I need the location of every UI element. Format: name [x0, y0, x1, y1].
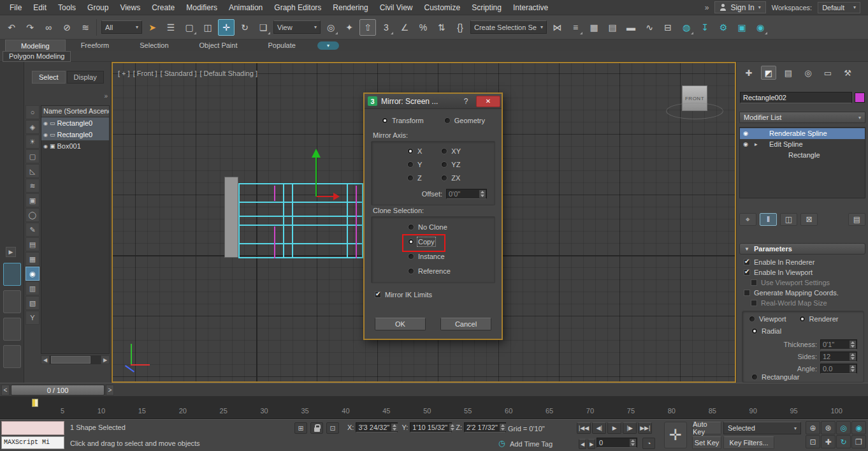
utilities-tab-icon[interactable]: ⚒: [840, 66, 855, 80]
motion-tab-icon[interactable]: ◎: [800, 66, 816, 80]
sort-icon[interactable]: ○: [25, 105, 40, 119]
angle-snap-icon[interactable]: ∠: [396, 19, 413, 36]
clone-option-radio[interactable]: Instance: [408, 253, 445, 260]
parameter-field[interactable]: 12: [820, 351, 857, 362]
frozen-filter-icon[interactable]: ▦: [25, 252, 40, 266]
ok-button[interactable]: OK: [375, 318, 426, 330]
space-warps-filter-icon[interactable]: ≋: [25, 179, 40, 193]
object-color-swatch[interactable]: [855, 92, 865, 103]
mirror-axis-radio[interactable]: YZ: [441, 161, 461, 168]
workspaces-dropdown[interactable]: Default ▾: [818, 2, 860, 13]
hidden-filter-icon[interactable]: ◉: [25, 267, 40, 281]
modify-tab-icon[interactable]: ◩: [761, 66, 776, 80]
modifier-eye-icon[interactable]: ◉: [743, 128, 748, 139]
reference-coordinate-dropdown[interactable]: View ▾: [273, 20, 321, 34]
close-icon[interactable]: ✕: [476, 96, 500, 107]
explorer-overflow-icon[interactable]: »: [104, 92, 108, 100]
go-to-end-button[interactable]: ▶▶|: [638, 422, 652, 434]
viewport-label-segment[interactable]: [ + ]: [118, 70, 130, 77]
scene-object-row[interactable]: ◉ ▣ Box001: [41, 140, 109, 152]
scrollbar-track[interactable]: [50, 355, 101, 364]
select-object-icon[interactable]: ➤: [144, 19, 161, 36]
play-button[interactable]: ▶: [607, 422, 621, 434]
shapes-filter-icon[interactable]: ◯: [25, 208, 40, 222]
key-filters-button[interactable]: Key Filters...: [723, 436, 774, 449]
render-setup-icon[interactable]: ⚙: [715, 19, 732, 36]
menu-item[interactable]: Views: [114, 1, 146, 15]
wall-section-object[interactable]: [224, 177, 238, 258]
cameras-filter-icon[interactable]: ▢: [25, 149, 40, 163]
menu-item[interactable]: Modifiers: [180, 1, 223, 15]
spinner-icon[interactable]: [630, 439, 636, 447]
cancel-button[interactable]: Cancel: [440, 318, 491, 330]
next-frame-arrow[interactable]: >: [106, 385, 114, 396]
viewport-label-segment[interactable]: [ Default Shading ]: [199, 70, 257, 77]
auto-key-button[interactable]: Auto Key: [692, 422, 721, 434]
viewport-layout-preset[interactable]: [3, 290, 21, 313]
align-icon[interactable]: ≡: [567, 19, 584, 36]
render-in-cloud-icon[interactable]: ↧: [697, 19, 713, 36]
visibility-eye-icon[interactable]: ◉: [43, 121, 48, 126]
viewport-label-segment[interactable]: [ Front ]: [133, 70, 157, 77]
renderer-radio[interactable]: Renderer: [799, 315, 839, 323]
create-tab-icon[interactable]: ✚: [741, 66, 756, 80]
scrollbar-thumb[interactable]: [51, 356, 90, 364]
viewport-label-segment[interactable]: [ Standard ]: [161, 70, 197, 77]
show-end-result-icon[interactable]: ‖: [760, 213, 777, 226]
ribbon-tab[interactable]: Freeform: [66, 40, 125, 51]
rendered-frame-window-icon[interactable]: ▣: [734, 19, 750, 36]
clone-option-radio[interactable]: Copy: [408, 238, 435, 246]
ribbon-tab[interactable]: Modeling: [5, 40, 66, 51]
parameter-field[interactable]: 0.0: [820, 364, 857, 374]
move-gizmo-y-axis[interactable]: [315, 157, 317, 196]
transform-typein-toggle-icon[interactable]: ⊞: [294, 422, 307, 434]
scene-explorer-tab[interactable]: Select: [32, 71, 66, 84]
mirror-ik-limits-checkbox[interactable]: Mirror IK Limits: [375, 291, 432, 299]
ribbon-tab[interactable]: Populate: [252, 40, 310, 51]
parameter-checkbox[interactable]: Use Viewport Settings: [751, 279, 865, 286]
ribbon-toggle-icon[interactable]: ▬: [623, 19, 639, 36]
key-selection-dropdown[interactable]: Selected ▾: [723, 422, 801, 434]
parameter-field[interactable]: 0'1": [820, 339, 857, 350]
mirror-axis-radio[interactable]: XY: [441, 147, 461, 155]
coordinate-field[interactable]: 2'2 17/32": [464, 422, 506, 433]
scene-object-row[interactable]: ◉ ▭ Rectangle0: [41, 129, 109, 140]
named-selection-sets-icon[interactable]: {}: [452, 19, 468, 36]
geometry-filter-icon[interactable]: ▣: [25, 193, 40, 207]
select-and-move-icon[interactable]: ✛: [218, 19, 235, 36]
schematic-view-icon[interactable]: ⊟: [660, 19, 676, 36]
display-hierarchy-icon[interactable]: ◈: [25, 120, 40, 134]
layer-explorer-toggle-icon[interactable]: ▤: [604, 19, 621, 36]
mirror-mode-radio[interactable]: Transform: [382, 117, 424, 124]
maximize-viewport-toggle-icon[interactable]: ❐: [851, 435, 866, 448]
parameters-rollout-header[interactable]: ▼ Parameters: [739, 243, 865, 255]
modifier-stack-row[interactable]: ◉ ▸ Renderable Spline: [740, 128, 865, 139]
clone-option-radio[interactable]: Reference: [408, 267, 451, 275]
scroll-right-icon[interactable]: ▶: [101, 355, 110, 364]
select-and-link-icon[interactable]: ∞: [40, 19, 57, 36]
selection-lock-icon[interactable]: [310, 422, 323, 434]
material-editor-icon[interactable]: ◍: [678, 19, 695, 36]
menu-item[interactable]: Edit: [27, 1, 52, 15]
bones-filter-icon[interactable]: ✎: [25, 223, 40, 237]
menu-item[interactable]: Group: [82, 1, 114, 15]
move-cross-icon[interactable]: ✛: [664, 422, 687, 448]
viewport-radio[interactable]: Viewport: [749, 315, 786, 323]
current-frame-marker[interactable]: [32, 399, 38, 407]
spinner-icon[interactable]: [449, 424, 456, 431]
modifier-stack-row[interactable]: ◉ ▸ Edit Spline: [740, 139, 865, 150]
menu-item[interactable]: Create: [146, 1, 180, 15]
dialog-title-bar[interactable]: 3 Mirror: Screen ... ? ✕: [365, 94, 502, 109]
menu-item[interactable]: Animation: [223, 1, 268, 15]
next-key-icon[interactable]: ▶: [588, 439, 595, 449]
select-and-manipulate-icon[interactable]: ✦: [341, 19, 358, 36]
set-key-button[interactable]: Set Key: [692, 436, 721, 449]
mirror-axis-radio[interactable]: Z: [407, 174, 422, 182]
helpers-filter-icon[interactable]: ◺: [25, 164, 40, 178]
configure-modifier-sets-icon[interactable]: ▤: [848, 213, 865, 226]
mirror-icon[interactable]: ⋈: [549, 19, 565, 36]
bind-to-space-warp-icon[interactable]: ≋: [77, 19, 94, 36]
coordinate-field[interactable]: 1'10 15/32": [410, 422, 452, 433]
menu-item[interactable]: File: [4, 1, 27, 15]
spinner-icon[interactable]: [479, 190, 486, 198]
